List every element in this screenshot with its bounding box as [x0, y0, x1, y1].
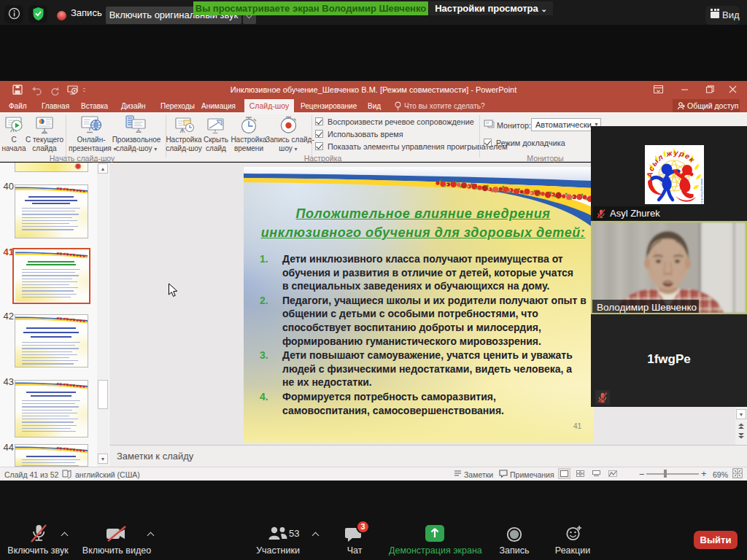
svg-text:www.asylzhurek.kz: www.asylzhurek.kz: [700, 179, 704, 204]
